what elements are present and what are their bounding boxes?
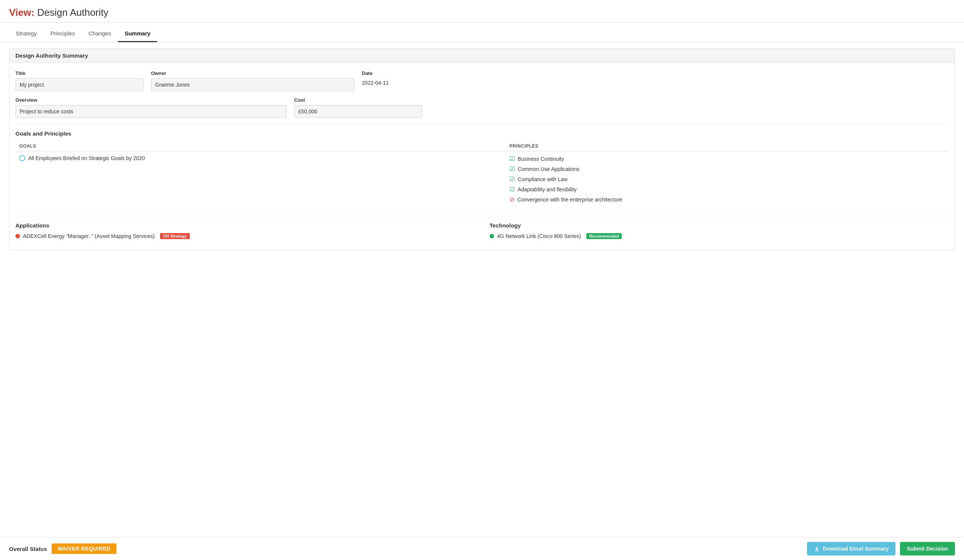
overview-cost-row: Overview Project to reduce costs Cost £5… — [15, 97, 949, 118]
app-item-1: ADEXCell Energy "Manager.." (Asset Mappi… — [15, 233, 474, 239]
view-label: View: — [9, 7, 34, 18]
principle-text-3: Compliance with Law — [518, 176, 567, 182]
app-dot-red — [15, 234, 20, 238]
goals-principles-title: Goals and Principles — [15, 130, 949, 137]
date-value: 2022-04-11 — [362, 80, 437, 86]
title-group: Title My project — [15, 70, 143, 91]
tab-bar: Strategy Principles Changes Summary — [0, 26, 964, 42]
page-header: View: Design Authority — [0, 0, 964, 23]
cost-group: Cost £50,000 — [294, 97, 422, 118]
principle-item-1: ☑ Business Continuity — [510, 155, 945, 162]
title-label: Title — [15, 70, 143, 76]
title-owner-date-row: Title My project Owner Graeme Jones Date… — [15, 70, 949, 91]
goal-text: All Employees Briefed on Strategic Goals… — [28, 155, 145, 161]
owner-label: Owner — [151, 70, 354, 76]
applications-title: Applications — [15, 222, 474, 229]
tab-strategy[interactable]: Strategy — [9, 26, 44, 42]
tab-principles[interactable]: Principles — [44, 26, 82, 42]
principle-item-2: ☑ Common Use Applications — [510, 165, 945, 173]
goal-item: All Employees Briefed on Strategic Goals… — [19, 155, 502, 161]
date-label: Date — [362, 70, 437, 76]
principle-text-2: Common Use Applications — [518, 166, 580, 172]
check-icon-1: ☑ — [510, 155, 515, 162]
principle-item-3: ☑ Compliance with Law — [510, 176, 945, 182]
overview-group: Overview Project to reduce costs — [15, 97, 287, 118]
card-header: Design Authority Summary — [10, 49, 954, 63]
owner-value: Graeme Jones — [151, 78, 354, 91]
cost-value: £50,000 — [294, 105, 422, 118]
goals-principles-table: GOALS PRINCIPLES All Employees Briefed o… — [15, 141, 949, 210]
overview-value: Project to reduce costs — [15, 105, 287, 118]
check-icon-4: ☑ — [510, 186, 515, 193]
tab-summary[interactable]: Summary — [118, 26, 157, 42]
goals-column: All Employees Briefed on Strategic Goals… — [15, 151, 506, 210]
tab-changes[interactable]: Changes — [82, 26, 118, 42]
tech-item-1: 4G Network Link (Cisco 800 Series) Recom… — [490, 233, 949, 239]
cost-label: Cost — [294, 97, 422, 103]
recommended-badge: Recommended — [586, 233, 622, 239]
main-content: Design Authority Summary Title My projec… — [0, 42, 964, 288]
applications-column: Applications ADEXCell Energy "Manager.."… — [15, 222, 474, 242]
principle-text-5: Convergence with the enterprise architec… — [518, 197, 622, 203]
technology-column: Technology 4G Network Link (Cisco 800 Se… — [490, 222, 949, 242]
title-suffix: Design Authority — [37, 7, 109, 18]
page-title: View: Design Authority — [9, 7, 955, 18]
goal-circle-icon — [19, 155, 25, 161]
principles-column: ☑ Business Continuity ☑ Common Use Appli… — [506, 151, 949, 210]
overview-label: Overview — [15, 97, 287, 103]
tech-name-1: 4G Network Link (Cisco 800 Series) — [497, 233, 581, 239]
principles-header: PRINCIPLES — [506, 141, 949, 151]
apps-tech-row: Applications ADEXCell Energy "Manager.."… — [15, 222, 949, 242]
goals-header: GOALS — [15, 141, 506, 151]
date-group: Date 2022-04-11 — [362, 70, 437, 86]
warn-icon-5: ⊘ — [510, 196, 515, 203]
technology-title: Technology — [490, 222, 949, 229]
check-icon-3: ☑ — [510, 176, 515, 182]
principle-item-4: ☑ Adaptability and flexibility — [510, 186, 945, 193]
principle-item-5: ⊘ Convergence with the enterprise archit… — [510, 196, 945, 203]
app-name-1: ADEXCell Energy "Manager.." (Asset Mappi… — [23, 233, 155, 239]
summary-card: Design Authority Summary Title My projec… — [9, 48, 955, 250]
card-body: Title My project Owner Graeme Jones Date… — [10, 63, 954, 250]
tech-dot-green — [490, 234, 494, 238]
off-strategy-badge: Off Strategy — [160, 233, 190, 239]
owner-group: Owner Graeme Jones — [151, 70, 354, 91]
title-value: My project — [15, 78, 143, 91]
check-icon-2: ☑ — [510, 165, 515, 173]
principle-text-1: Business Continuity — [518, 156, 564, 162]
principle-text-4: Adaptability and flexibility — [518, 186, 576, 192]
